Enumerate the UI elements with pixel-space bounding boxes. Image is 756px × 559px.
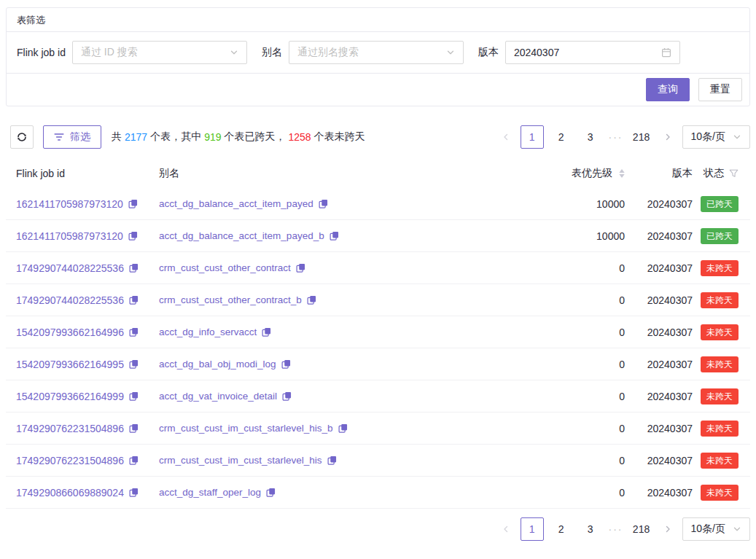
version-date-input[interactable]: 20240307 bbox=[505, 41, 680, 64]
version-cell: 20240307 bbox=[625, 359, 693, 370]
copy-icon[interactable] bbox=[266, 488, 276, 497]
page-button-2[interactable]: 2 bbox=[550, 125, 573, 149]
filter-button-label: 筛选 bbox=[70, 130, 90, 144]
page-ellipsis[interactable]: ··· bbox=[608, 523, 624, 535]
page-ellipsis[interactable]: ··· bbox=[608, 131, 624, 143]
flink-job-id-link[interactable]: 1542097993662164995 bbox=[16, 359, 124, 370]
copy-icon[interactable] bbox=[319, 199, 328, 208]
copy-icon[interactable] bbox=[307, 295, 316, 305]
status-badge: 已跨天 bbox=[701, 228, 739, 244]
alias-link[interactable]: acct_dg_vat_invoice_detail bbox=[159, 391, 277, 402]
alias-field: 别名 通过别名搜索 bbox=[262, 41, 464, 64]
alias-link[interactable]: crm_cust_cust_other_contract bbox=[159, 262, 291, 273]
priority-cell: 0 bbox=[537, 391, 625, 402]
status-badge: 未跨天 bbox=[701, 453, 739, 469]
copy-icon[interactable] bbox=[129, 359, 139, 369]
version-cell: 20240307 bbox=[625, 230, 693, 242]
alias-link[interactable]: crm_cust_cust_im_cust_starlevel_his_b bbox=[159, 423, 333, 434]
copy-icon[interactable] bbox=[338, 423, 348, 433]
search-button[interactable]: 查询 bbox=[646, 78, 690, 101]
chevron-right-icon bbox=[663, 133, 672, 141]
filter-card-footer: 查询 重置 bbox=[7, 73, 749, 106]
flink-job-id-link[interactable]: 1749290762231504896 bbox=[16, 455, 124, 466]
uncrossed-count: 1258 bbox=[289, 131, 311, 143]
status-badge: 未跨天 bbox=[701, 388, 739, 404]
alias-link[interactable]: acct_dg_staff_oper_log bbox=[159, 487, 261, 498]
alias-link[interactable]: acct_dg_info_servacct bbox=[159, 327, 257, 337]
copy-icon[interactable] bbox=[129, 423, 139, 433]
priority-cell: 0 bbox=[537, 455, 625, 466]
refresh-button[interactable] bbox=[10, 125, 34, 149]
page-button-last[interactable]: 218 bbox=[630, 517, 653, 541]
prev-page-button[interactable] bbox=[497, 125, 515, 149]
copy-icon[interactable] bbox=[129, 391, 139, 401]
page-button-3[interactable]: 3 bbox=[579, 125, 602, 149]
page-button-1[interactable]: 1 bbox=[521, 125, 544, 149]
flink-job-id-link[interactable]: 1542097993662164999 bbox=[16, 391, 124, 402]
copy-icon[interactable] bbox=[129, 456, 139, 465]
copy-icon[interactable] bbox=[330, 231, 339, 241]
copy-icon[interactable] bbox=[281, 359, 291, 369]
page-button-1[interactable]: 1 bbox=[521, 517, 544, 541]
flink-job-id-link[interactable]: 1749290762231504896 bbox=[16, 423, 124, 434]
page-size-select[interactable]: 10条/页 bbox=[682, 517, 750, 541]
version-field: 版本 20240307 bbox=[478, 41, 680, 64]
priority-cell: 0 bbox=[537, 262, 625, 274]
flink-job-id-link[interactable]: 1749290744028225536 bbox=[16, 262, 124, 274]
summary-part1: 共 bbox=[112, 130, 122, 144]
page-size-value: 10条/页 bbox=[691, 130, 725, 144]
alias-select[interactable]: 通过别名搜索 bbox=[289, 41, 464, 64]
prev-page-button[interactable] bbox=[497, 517, 515, 541]
column-header-flink-job-id: Flink job id bbox=[6, 168, 159, 179]
status-badge: 未跨天 bbox=[701, 356, 739, 372]
flink-job-id-label: Flink job id bbox=[17, 47, 66, 58]
copy-icon[interactable] bbox=[296, 263, 305, 273]
page-button-2[interactable]: 2 bbox=[550, 517, 573, 541]
priority-cell: 0 bbox=[537, 359, 625, 370]
copy-icon[interactable] bbox=[129, 263, 139, 273]
table-row: 1542097993662164996 acct_dg_info_servacc… bbox=[6, 316, 750, 348]
copy-icon[interactable] bbox=[129, 295, 139, 305]
next-page-button[interactable] bbox=[659, 517, 677, 541]
copy-icon[interactable] bbox=[282, 391, 292, 401]
flink-job-id-link[interactable]: 1621411705987973120 bbox=[16, 198, 123, 210]
alias-link[interactable]: acct_dg_balance_acct_item_payed_b bbox=[159, 230, 324, 241]
copy-icon[interactable] bbox=[129, 488, 139, 497]
status-badge: 未跨天 bbox=[701, 260, 739, 276]
page-button-3[interactable]: 3 bbox=[579, 517, 602, 541]
alias-link[interactable]: crm_cust_cust_other_contract_b bbox=[159, 294, 302, 305]
crossed-count: 919 bbox=[204, 131, 221, 143]
status-badge: 已跨天 bbox=[701, 196, 739, 212]
alias-link[interactable]: crm_cust_cust_im_cust_starlevel_his bbox=[159, 455, 322, 466]
copy-icon[interactable] bbox=[129, 327, 139, 337]
flink-job-id-select[interactable]: 通过 ID 搜索 bbox=[72, 41, 247, 64]
copy-icon[interactable] bbox=[128, 231, 138, 241]
copy-icon[interactable] bbox=[327, 456, 337, 465]
page-size-select[interactable]: 10条/页 bbox=[682, 125, 750, 149]
flink-job-id-link[interactable]: 1621411705987973120 bbox=[16, 230, 123, 242]
flink-job-id-link[interactable]: 1749290866069889024 bbox=[16, 487, 124, 499]
filter-card-title: 表筛选 bbox=[17, 15, 45, 26]
next-page-button[interactable] bbox=[659, 125, 677, 149]
table-header-row: Flink job id 别名 表优先级 版本 状态 bbox=[6, 159, 750, 188]
page-button-last[interactable]: 218 bbox=[630, 125, 653, 149]
alias-link[interactable]: acct_dg_bal_obj_modi_log bbox=[159, 359, 276, 370]
version-cell: 20240307 bbox=[625, 391, 693, 402]
filter-button[interactable]: 筛选 bbox=[43, 125, 101, 149]
copy-icon[interactable] bbox=[128, 199, 138, 208]
summary-part2: 个表，其中 bbox=[150, 130, 201, 144]
column-header-priority: 表优先级 bbox=[537, 167, 625, 180]
table-row: 1749290744028225536 crm_cust_cust_other_… bbox=[6, 284, 750, 316]
flink-job-id-link[interactable]: 1542097993662164996 bbox=[16, 327, 124, 338]
chevron-right-icon bbox=[663, 525, 672, 533]
sort-control[interactable] bbox=[619, 169, 625, 178]
table-row: 1749290744028225536 crm_cust_cust_other_… bbox=[6, 252, 750, 284]
column-header-alias: 别名 bbox=[159, 167, 537, 180]
reset-button[interactable]: 重置 bbox=[698, 78, 742, 101]
alias-link[interactable]: acct_dg_balance_acct_item_payed bbox=[159, 198, 313, 209]
priority-header-label: 表优先级 bbox=[572, 167, 612, 180]
flink-job-id-link[interactable]: 1749290744028225536 bbox=[16, 294, 124, 306]
priority-cell: 10000 bbox=[537, 198, 625, 210]
status-filter-icon[interactable] bbox=[729, 169, 739, 178]
copy-icon[interactable] bbox=[262, 327, 271, 337]
